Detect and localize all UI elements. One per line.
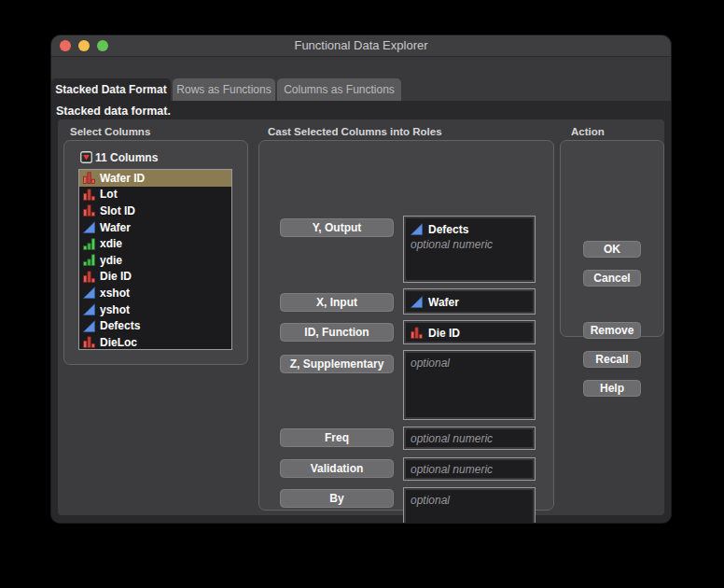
title-bar: Functional Data Explorer [51,35,671,57]
ordinal-icon [83,254,95,266]
freq-role-box[interactable]: optional numeric [403,427,536,450]
role-entry-label: Wafer [428,296,459,309]
continuous-icon [83,303,95,315]
select-columns-label: Select Columns [70,126,150,137]
column-item-defects[interactable]: Defects [79,317,231,334]
nominal-icon [411,327,423,339]
tab-pane: Stacked data format. Select Columns 11 C… [51,101,671,523]
freq-placeholder: optional numeric [411,431,528,446]
role-entry-defects[interactable]: Defects [411,221,528,237]
nominal-icon [83,172,95,184]
column-item-dieloc[interactable]: DieLoc [79,334,231,350]
column-item-label: xshot [100,287,130,300]
select-columns-groupbox: 11 Columns Wafer IDLotSlot IDWaferxdieyd… [63,140,248,365]
column-item-label: Slot ID [100,204,135,217]
column-item-wafer-id[interactable]: Wafer ID [79,170,231,187]
validation-placeholder: optional numeric [411,462,528,477]
nominal-icon [83,336,95,348]
y-output-role-button[interactable]: Y, Output [280,218,394,237]
by-role-button[interactable]: By [280,489,394,508]
column-item-die-id[interactable]: Die ID [79,269,231,286]
column-item-ydie[interactable]: ydie [79,252,231,269]
column-item-label: Wafer [100,221,131,234]
functional-data-explorer-window: Functional Data Explorer Stacked Data Fo… [51,35,671,523]
column-item-label: DieLoc [100,336,137,349]
role-entry-label: Defects [428,223,468,236]
role-entry-die-id[interactable]: Die ID [411,325,528,341]
continuous-icon [83,320,95,332]
by-placeholder: optional [411,493,528,508]
column-item-lot[interactable]: Lot [79,187,231,203]
continuous-icon [411,223,423,235]
continuous-icon [83,221,95,233]
y-output-role-box[interactable]: Defects optional numeric [403,216,536,283]
validation-role-button[interactable]: Validation [280,459,394,478]
z-supplementary-role-box[interactable]: optional [403,350,536,420]
y-output-placeholder: optional numeric [411,237,528,252]
column-item-label: Die ID [100,270,132,283]
column-item-label: Defects [100,319,140,332]
continuous-icon [83,287,95,299]
tab-stacked-data-format[interactable]: Stacked Data Format [51,78,171,101]
column-item-yshot[interactable]: yshot [79,301,231,318]
by-role-box[interactable]: optional [403,487,536,523]
window-title: Functional Data Explorer [51,35,671,56]
tab-columns-as-functions[interactable]: Columns as Functions [277,78,401,101]
freq-role-button[interactable]: Freq [280,428,394,447]
recall-button[interactable]: Recall [583,351,641,368]
ordinal-icon [83,238,95,250]
cancel-button[interactable]: Cancel [583,270,641,287]
z-supplementary-placeholder: optional [411,356,528,371]
action-label: Action [571,126,605,137]
column-item-label: yshot [100,303,130,316]
validation-role-box[interactable]: optional numeric [403,457,536,481]
column-item-xdie[interactable]: xdie [79,235,231,252]
columns-header: 11 Columns [80,150,158,164]
nominal-icon [83,271,95,283]
column-item-label: xdie [100,237,122,250]
tab-rows-as-functions[interactable]: Rows as Functions [173,78,275,101]
column-item-xshot[interactable]: xshot [79,285,231,301]
cast-roles-label: Cast Selected Columns into Roles [268,126,442,137]
column-item-label: ydie [100,254,122,267]
dialog-content: Select Columns 11 Columns Wafer IDLotSlo… [58,119,664,515]
role-entry-label: Die ID [428,327,460,340]
nominal-icon [83,204,95,217]
x-input-role-box[interactable]: Wafer [403,288,536,315]
id-function-role-button[interactable]: ID, Function [280,323,394,342]
nominal-icon [83,189,95,201]
column-item-wafer[interactable]: Wafer [79,219,231,236]
id-function-role-box[interactable]: Die ID [403,320,536,344]
action-groupbox [560,140,664,337]
column-item-label: Wafer ID [100,172,145,185]
columns-count-label: 11 Columns [95,151,158,164]
ok-button[interactable]: OK [583,241,641,258]
x-input-role-button[interactable]: X, Input [280,293,394,312]
role-entry-wafer[interactable]: Wafer [411,294,528,310]
columns-list[interactable]: Wafer IDLotSlot IDWaferxdieydieDie IDxsh… [78,169,232,350]
continuous-icon [411,296,423,308]
help-button[interactable]: Help [583,380,641,397]
remove-button[interactable]: Remove [583,322,641,339]
tab-strip: Stacked Data Format Rows as Functions Co… [51,78,671,101]
z-supplementary-role-button[interactable]: Z, Supplementary [280,355,394,373]
column-item-slot-id[interactable]: Slot ID [79,203,231,219]
format-description: Stacked data format. [56,105,171,118]
red-disclosure-triangle-icon[interactable] [80,151,92,163]
column-item-label: Lot [100,188,118,201]
